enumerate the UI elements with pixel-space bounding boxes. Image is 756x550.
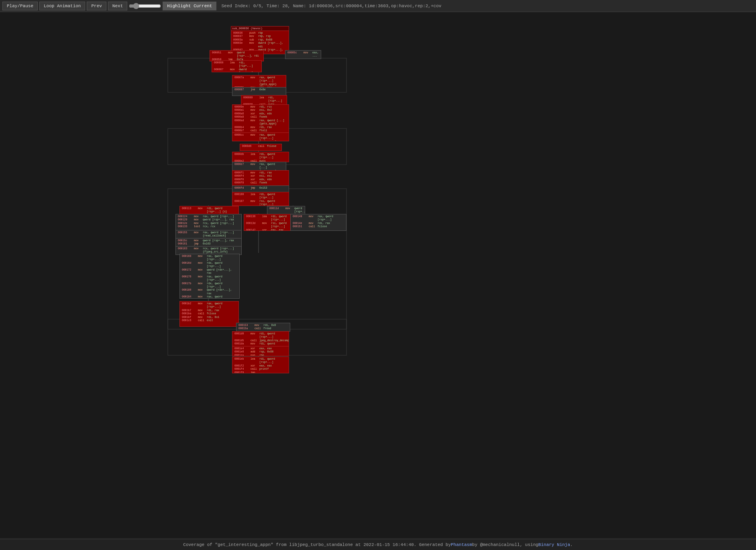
cfg-node-14: 000100leardi, qword [rip+...] 000107movr…: [232, 192, 289, 206]
cfg-node-4: 00007amovrax, qword [rip+...] {gets_appn…: [232, 75, 286, 88]
prev-button[interactable]: Prev: [87, 2, 106, 10]
cfg-node-16: 00011dmovqword [rsp+...], rax 000122test…: [267, 206, 305, 215]
seed-info: Seed Index: 0/5, Time: 28, Name: 1d:0000…: [221, 4, 441, 8]
cfg-node-23: 000168movrax, qword [rsp+...] 00016dmovr…: [179, 254, 240, 299]
cfg-node-2b: 00005cmoveax, ...: [285, 50, 321, 59]
cfg-node-11: 0000e7movrax, qword [...] {gets_appn} 00…: [232, 162, 286, 171]
cfg-node-17: 000124movrax, qword [rsp+...] 000129movq…: [175, 214, 242, 231]
binaryninja-link[interactable]: Binary Ninja: [538, 542, 570, 547]
status-bar: Coverage of "get_interesting_appn" from …: [0, 539, 756, 550]
toolbar: Play/Pause Loop Animation Prev Next High…: [0, 0, 756, 12]
speed-slider[interactable]: [129, 3, 161, 9]
cfg-node-20: 000155movrax, qword [rip+...] {read_call…: [175, 230, 242, 239]
cfg-node-24: 0001b2movrax, qword [rsp+...] 0001b7movr…: [179, 301, 239, 327]
main-canvas: sub_000036 (havoc) 000036pushrbp 000037m…: [0, 12, 756, 538]
cfg-node-7: 00009emovrdi, rcx 0000a1movesi, 0x2 0000…: [232, 104, 289, 133]
next-button[interactable]: Next: [108, 2, 127, 10]
cfg-node-10: 0000dbleardi, qword [rip+...] 0000e2call…: [232, 152, 289, 162]
cfg-node-27: 0001e4xoreax, eax 0001e6addrsp, 0x68 000…: [232, 346, 289, 356]
loop-animation-button[interactable]: Loop Animation: [39, 2, 85, 10]
cfg-node-21: 00015cmovqword [rsp+...], rax 000161jmp0…: [175, 238, 242, 247]
cfg-node-9: 0000d6callfclose: [240, 144, 282, 151]
cfg-node-6: 000089leardi, [rip+...] 000090callputs: [241, 95, 287, 105]
cfg-node-5: 000087jne0x9e: [232, 87, 286, 96]
cfg-node-2a: 000051movqword [rsp+...], rdi 000059jmp0…: [210, 50, 264, 61]
graph-container: sub_000036 (havoc) 000036pushrbp 000037m…: [0, 12, 756, 538]
cfg-node-19: 000149movrax, qword [rsp+...] 00014emovr…: [290, 214, 346, 231]
speed-slider-container: [129, 3, 161, 9]
play-pause-button[interactable]: Play/Pause: [2, 2, 38, 10]
cfg-node-8: 0000ccmovrax, qword [rip+...] {gets_appn…: [232, 132, 289, 141]
phantasm-link[interactable]: Phantasm: [451, 542, 472, 547]
status-text-end: .: [570, 542, 573, 547]
cfg-node-3: 000060leardi, [rip+...] 000067movdword […: [212, 60, 262, 72]
status-text-middle: by @mechanicalnull, using: [472, 542, 538, 547]
highlight-current-button[interactable]: Highlight Current: [163, 2, 216, 10]
cfg-node-26: 0001d0movrdi, qword [rsp+...] 0001d5call…: [232, 331, 289, 346]
cfg-node-12: 0000f1movrdi, rax 0000f4xoresi, esi 0000…: [232, 170, 289, 186]
status-text-prefix: Coverage of "get_interesting_appn" from …: [183, 542, 451, 547]
cfg-node-25: 000153movrdi, 0x0 00015acallfread: [236, 323, 290, 332]
cfg-node-15: 000113movrdi, qword [rsp+...] {s} 000118…: [179, 206, 239, 215]
connections-svg: [0, 12, 756, 538]
cfg-node-28: 0001ebleardi, qword [rip+...] 0001f2xore…: [232, 356, 289, 373]
